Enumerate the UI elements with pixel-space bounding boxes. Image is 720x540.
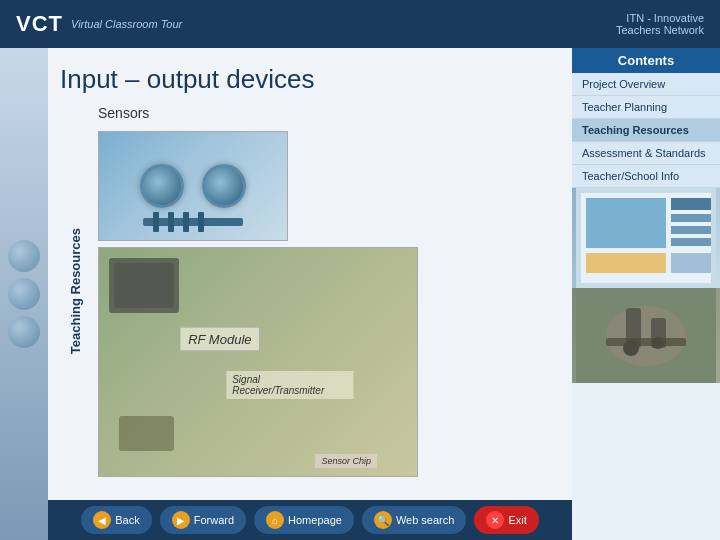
right-sidebar: Contents Project Overview Teacher Planni… [572,48,720,540]
contents-header: Contents [572,48,720,73]
sidebar-robot-svg [576,288,716,383]
forward-button[interactable]: ▶ Forward [160,506,246,534]
back-label: Back [115,514,139,526]
svg-rect-11 [671,198,711,210]
nav-item-teacher-school[interactable]: Teacher/School Info [572,165,720,188]
exit-label: Exit [508,514,526,526]
sensor-chip-label: Sensor Chip [315,454,377,468]
svg-rect-14 [671,238,711,246]
decorative-circle [8,316,40,348]
decorative-circle [8,240,40,272]
nav-menu: Project Overview Teacher Planning Teachi… [572,73,720,188]
sensor-eye-left [140,164,184,208]
decorative-circles [8,240,40,348]
svg-rect-10 [586,198,666,248]
page-title: Input – output devices [60,64,560,95]
content-area: Input – output devices Teaching Resource… [48,48,572,540]
header: VCT Virtual Classroom Tour ITN - Innovat… [0,0,720,48]
component-svg-2 [119,416,179,456]
main-container: Input – output devices Teaching Resource… [0,48,720,540]
sensors-row: Teaching Resources Sensors [60,105,560,477]
sensor-eyes [140,164,246,208]
svg-rect-1 [153,212,159,232]
svg-rect-13 [671,226,711,234]
svg-rect-6 [114,263,174,308]
websearch-label: Web search [396,514,455,526]
forward-icon: ▶ [172,511,190,529]
nav-item-assessment[interactable]: Assessment & Standards [572,142,720,165]
homepage-label: Homepage [288,514,342,526]
logo-area: VCT Virtual Classroom Tour [16,11,182,37]
component-svg-1 [109,258,189,318]
svg-rect-2 [168,212,174,232]
itn-line2: Teachers Network [616,24,704,36]
back-icon: ◀ [93,511,111,529]
sidebar-screen-svg [576,188,716,288]
sidebar-thumb-screen [572,188,720,288]
homepage-button[interactable]: ⌂ Homepage [254,506,354,534]
signal-label: Signal Receiver/Transmitter [226,371,353,399]
nav-item-teaching-resources[interactable]: Teaching Resources [572,119,720,142]
vertical-label-container: Teaching Resources [60,105,90,477]
svg-rect-12 [671,214,711,222]
itn-line1: ITN - Innovative [626,12,704,24]
sensor-circuit-detail [143,212,243,232]
websearch-icon: 🔍 [374,511,392,529]
decorative-circle [8,278,40,310]
vertical-teaching-resources-label: Teaching Resources [68,228,83,354]
back-button[interactable]: ◀ Back [81,506,151,534]
svg-rect-4 [198,212,204,232]
exit-button[interactable]: ✕ Exit [474,506,538,534]
exit-icon: ✕ [486,511,504,529]
sensor-eye-right [202,164,246,208]
home-icon: ⌂ [266,511,284,529]
svg-rect-23 [606,338,686,346]
svg-rect-7 [119,416,174,451]
forward-label: Forward [194,514,234,526]
svg-rect-15 [586,253,666,273]
rf-module-label: RF Module [179,327,260,352]
sensors-section-label: Sensors [98,105,418,121]
nav-item-project-overview[interactable]: Project Overview [572,73,720,96]
images-column: Sensors [98,105,418,477]
sensor-bottom-image: RF Module Signal Receiver/Transmitter Se… [98,247,418,477]
footer-nav: ◀ Back ▶ Forward ⌂ Homepage 🔍 Web search… [48,500,572,540]
svg-rect-3 [183,212,189,232]
brand-area: ITN - Innovative Teachers Network [616,12,704,36]
vct-logo: VCT [16,11,63,37]
left-decorative-strip [0,48,48,540]
svg-point-18 [606,306,686,366]
websearch-button[interactable]: 🔍 Web search [362,506,467,534]
vct-subtitle: Virtual Classroom Tour [71,18,182,30]
svg-rect-16 [671,253,711,273]
sensor-top-image [98,131,288,241]
nav-item-teacher-planning[interactable]: Teacher Planning [572,96,720,119]
sidebar-thumb-robot [572,288,720,383]
